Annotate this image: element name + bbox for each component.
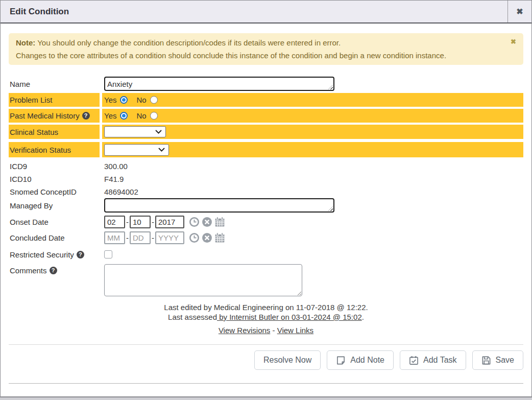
name-label: Name bbox=[9, 80, 100, 88]
clinical-status-select[interactable] bbox=[104, 126, 166, 137]
dialog-header: Edit Condition ✖ bbox=[1, 1, 531, 23]
link-separator: - bbox=[270, 326, 277, 335]
chevron-down-icon bbox=[158, 148, 165, 152]
verification-status-select[interactable] bbox=[104, 144, 169, 156]
help-icon[interactable]: ? bbox=[77, 251, 84, 258]
add-note-button[interactable]: Add Note bbox=[327, 350, 394, 370]
problem-list-label: Problem List bbox=[9, 93, 100, 107]
note-text-1: You should only change the condition des… bbox=[35, 38, 341, 47]
snomed-row: Snomed ConceptID 48694002 bbox=[9, 185, 523, 198]
close-icon: ✖ bbox=[516, 7, 523, 16]
restricted-security-checkbox[interactable] bbox=[104, 250, 112, 258]
restricted-security-label: Restricted Security bbox=[10, 250, 74, 259]
date-separator: - bbox=[152, 233, 154, 242]
footer-divider bbox=[9, 383, 523, 384]
save-button[interactable]: Save bbox=[472, 350, 523, 370]
dialog-title: Edit Condition bbox=[1, 1, 507, 22]
pmh-yes-label: Yes bbox=[104, 111, 116, 120]
banner-dismiss-icon[interactable]: ✖ bbox=[511, 38, 516, 45]
save-icon bbox=[481, 356, 491, 365]
clinical-status-label: Clinical Status bbox=[9, 125, 100, 139]
past-medical-history-radio-group: Yes No bbox=[104, 111, 158, 120]
clinical-status-row: Clinical Status bbox=[9, 125, 523, 139]
managed-by-row: Managed By bbox=[9, 198, 523, 213]
managed-by-input[interactable] bbox=[104, 198, 334, 213]
concluded-day-input[interactable] bbox=[130, 231, 151, 244]
past-medical-history-label: Past Medical History bbox=[10, 111, 80, 120]
note-icon bbox=[336, 356, 346, 365]
clear-date-icon[interactable] bbox=[202, 232, 212, 243]
clock-icon[interactable] bbox=[189, 217, 200, 227]
chevron-down-icon bbox=[155, 130, 162, 134]
icd10-label: ICD10 bbox=[9, 175, 100, 183]
pmh-yes-radio[interactable] bbox=[120, 112, 128, 120]
date-separator: - bbox=[152, 218, 154, 226]
note-line-2: Changes to the core attributes of a cond… bbox=[16, 49, 516, 62]
managed-by-label: Managed By bbox=[9, 201, 100, 210]
onset-day-input[interactable] bbox=[130, 216, 151, 228]
note-banner: Note: You should only change the conditi… bbox=[9, 33, 523, 65]
resolve-now-button[interactable]: Resolve Now bbox=[254, 350, 321, 370]
button-row-divider bbox=[9, 344, 523, 345]
onset-month-input[interactable] bbox=[104, 216, 125, 228]
icd10-row: ICD10 F41.9 bbox=[9, 173, 523, 185]
last-assessed-line: Last assessed by Internist Butler on 03-… bbox=[9, 312, 523, 322]
date-separator: - bbox=[126, 233, 129, 242]
problem-list-no-radio[interactable] bbox=[150, 96, 158, 104]
snomed-label: Snomed ConceptID bbox=[9, 187, 100, 196]
pmh-no-radio[interactable] bbox=[150, 112, 158, 120]
dialog-body: Note: You should only change the conditi… bbox=[1, 23, 531, 396]
action-buttons: Resolve Now Add Note Add Task Save bbox=[9, 350, 523, 370]
name-input[interactable] bbox=[104, 77, 334, 91]
dialog-close-button[interactable]: ✖ bbox=[507, 1, 531, 22]
problem-list-row: Problem List Yes No bbox=[9, 93, 523, 107]
calendar-icon[interactable] bbox=[214, 232, 225, 243]
onset-date-label: Onset Date bbox=[9, 218, 100, 226]
date-separator: - bbox=[126, 218, 129, 226]
snomed-link[interactable]: 48694002 bbox=[104, 187, 138, 197]
name-input-wrap bbox=[104, 77, 334, 91]
onset-year-input[interactable] bbox=[155, 216, 184, 228]
concluded-date-label: Concluded Date bbox=[9, 233, 100, 242]
problem-list-radio-group: Yes No bbox=[104, 96, 158, 104]
last-assessed-suffix: . bbox=[362, 313, 364, 321]
concluded-month-input[interactable] bbox=[104, 231, 125, 244]
last-assessed-prefix: Last assessed bbox=[168, 313, 217, 321]
add-note-label: Add Note bbox=[350, 356, 384, 365]
note-prefix: Note: bbox=[16, 38, 35, 47]
icd10-link[interactable]: F41.9 bbox=[104, 174, 124, 184]
name-row: Name bbox=[9, 76, 523, 91]
help-icon[interactable]: ? bbox=[82, 112, 90, 120]
view-revisions-link[interactable]: View Revisions bbox=[219, 326, 270, 335]
onset-date-row: Onset Date - - bbox=[9, 215, 523, 229]
help-icon[interactable]: ? bbox=[50, 267, 57, 274]
problem-list-yes-label: Yes bbox=[104, 96, 116, 104]
pmh-no-label: No bbox=[136, 111, 146, 120]
comments-textarea[interactable] bbox=[104, 264, 302, 296]
last-edited-line: Last edited by Medical Engineering on 11… bbox=[9, 302, 523, 312]
icd9-label: ICD9 bbox=[9, 162, 100, 171]
clock-icon[interactable] bbox=[189, 232, 200, 243]
concluded-year-input[interactable] bbox=[155, 231, 184, 244]
note-line-1: Note: You should only change the conditi… bbox=[16, 36, 516, 49]
view-links-link[interactable]: View Links bbox=[277, 326, 313, 335]
comments-row: Comments ? bbox=[9, 264, 523, 296]
concluded-date-group: - - bbox=[104, 231, 184, 244]
calendar-check-icon bbox=[409, 356, 419, 365]
icd9-link[interactable]: 300.00 bbox=[104, 161, 128, 171]
icd9-row: ICD9 300.00 bbox=[9, 160, 523, 173]
verification-status-label: Verification Status bbox=[9, 142, 100, 157]
clear-date-icon[interactable] bbox=[202, 217, 212, 227]
restricted-security-row: Restricted Security ? bbox=[9, 248, 523, 261]
problem-list-yes-radio[interactable] bbox=[120, 96, 128, 104]
comments-label: Comments bbox=[10, 266, 47, 275]
add-task-button[interactable]: Add Task bbox=[400, 350, 466, 370]
audit-info: Last edited by Medical Engineering on 11… bbox=[9, 302, 523, 322]
calendar-icon[interactable] bbox=[214, 217, 225, 227]
onset-date-group: - - bbox=[104, 216, 184, 228]
last-assessed-link[interactable]: by Internist Butler on 03-01-2024 @ 15:0… bbox=[217, 313, 362, 321]
past-medical-history-row: Past Medical History ? Yes No bbox=[9, 109, 523, 123]
add-task-label: Add Task bbox=[423, 356, 457, 365]
problem-list-no-label: No bbox=[136, 96, 146, 104]
verification-status-row: Verification Status bbox=[9, 142, 523, 157]
